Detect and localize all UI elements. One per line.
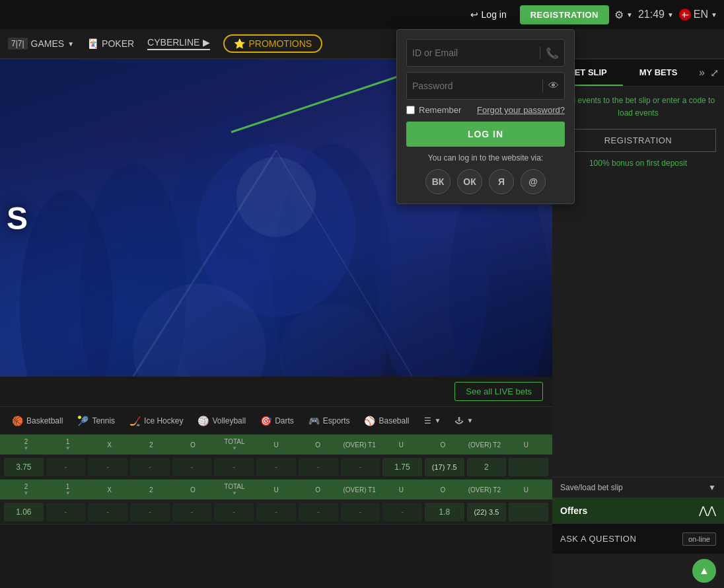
top-bar: ↩ Log in REGISTRATION ⚙ ▼ 21:49 ▼ 🇩🇰 EN … — [0, 0, 724, 29]
col-total: TOTAL▼ — [213, 438, 255, 451]
col-2b: 2 — [130, 441, 172, 449]
basketball-icon: 🏀 — [12, 416, 23, 426]
nav-item-cyberline[interactable]: CYBERLINE ▶ — [147, 37, 210, 50]
see-all-live-button[interactable]: See all LIVE bets — [454, 382, 543, 401]
sport-tab-extra[interactable]: 🕹 ▼ — [449, 412, 480, 429]
nav-item-promotions[interactable]: ⭐ PROMOTIONS — [223, 34, 322, 53]
sport-tab-more[interactable]: ☰ ▼ — [417, 412, 448, 429]
password-field[interactable]: 👁 — [406, 72, 565, 100]
double-chevron-button[interactable]: » — [699, 67, 705, 79]
bet-cell2-dash1[interactable]: - — [46, 503, 86, 521]
remember-checkbox[interactable] — [406, 106, 415, 114]
sport-tab-darts[interactable]: 🎯 Darts — [254, 412, 301, 430]
sport-tab-baseball[interactable]: ⚾ Baseball — [357, 412, 416, 430]
social-vk-button[interactable]: ВК — [425, 169, 451, 194]
col-x: X — [89, 441, 130, 449]
games-chevron: ▼ — [67, 40, 74, 48]
darts-icon: 🎯 — [260, 416, 272, 426]
bet-cell2-dash6[interactable]: - — [256, 503, 296, 521]
col-o: O — [172, 441, 213, 449]
bet-cell-dash3[interactable]: - — [130, 458, 170, 476]
ask-question-bar[interactable]: ASK A QUESTION on-line — [552, 523, 724, 554]
id-email-input[interactable] — [412, 48, 534, 58]
sport-tab-volleyball[interactable]: 🏐 Volleyball — [191, 412, 252, 430]
phone-icon[interactable]: 📞 — [546, 47, 559, 59]
log-in-button[interactable]: LOG IN — [406, 122, 565, 147]
bet-cell-dash8[interactable]: - — [341, 458, 380, 476]
expand-button[interactable]: ⤢ — [710, 67, 719, 79]
register-button[interactable]: REGISTRATION — [520, 5, 609, 24]
bet-cell-2[interactable]: 2 — [467, 458, 507, 476]
remember-label[interactable]: Remember — [406, 105, 461, 115]
tab-my-bets[interactable]: MY BETS — [623, 59, 694, 86]
promotions-star-icon: ⭐ — [234, 38, 245, 49]
bet-cell2-dash2[interactable]: - — [88, 503, 127, 521]
bet-data-row-1: 3.75 - - - - - - - - 1.75 (17) 7.5 2 — [0, 455, 552, 480]
bet-cell2-106[interactable]: 1.06 — [4, 503, 44, 521]
social-email-button[interactable]: @ — [521, 169, 546, 194]
sport-tab-icehockey[interactable]: 🏒 Ice Hockey — [123, 412, 190, 430]
bonus-text: 100% bonus on first deposit — [560, 159, 716, 168]
sports-tabs: 🏀 Basketball 🎾 Tennis 🏒 Ice Hockey 🏐 Vol… — [0, 407, 552, 435]
bet-cell-empty — [509, 458, 548, 476]
id-email-field[interactable]: 📞 — [406, 39, 565, 67]
bet-cell2-dash8[interactable]: - — [341, 503, 380, 521]
col-o3: O — [422, 441, 464, 449]
remember-row: Remember Forgot your password? — [406, 105, 565, 115]
bet-cell2-dash5[interactable]: - — [214, 503, 254, 521]
bet-cell-dash1[interactable]: - — [46, 458, 86, 476]
right-panel-registration-button[interactable]: REGISTRATION — [560, 129, 716, 152]
login-button[interactable]: ↩ Log in — [462, 5, 515, 24]
main-layout: S See all LIVE bets 🏀 Basketball — [0, 59, 724, 588]
volleyball-icon: 🏐 — [198, 416, 209, 426]
forgot-password-link[interactable]: Forgot your password? — [477, 105, 565, 115]
bet-cell-dash7[interactable]: - — [299, 458, 338, 476]
col2-u2: U — [380, 486, 422, 494]
nav-item-poker[interactable]: 🃏 POKER — [87, 38, 134, 49]
bet-slip-empty-text: Add events to the bet slip or enter a co… — [560, 94, 716, 120]
sport-tab-basketball[interactable]: 🏀 Basketball — [5, 412, 69, 430]
bet-data-row-2: 1.06 - - - - - - - - - 1.8 (22) 3.5 — [0, 499, 552, 525]
nav-item-slots[interactable]: 7|7| GAMES ▼ — [8, 38, 74, 50]
scroll-top-button[interactable]: ▲ — [692, 559, 716, 583]
col-2: 2▼ — [5, 438, 47, 451]
social-ok-button[interactable]: ОК — [457, 169, 482, 194]
social-icons: ВК ОК Я @ — [406, 169, 565, 194]
col2-u: U — [255, 486, 297, 494]
bet-cell2-empty — [509, 503, 548, 521]
sport-tab-tennis[interactable]: 🎾 Tennis — [71, 412, 122, 430]
bet-cell2-dash9[interactable]: - — [382, 503, 422, 521]
bet-cell-dash4[interactable]: - — [172, 458, 212, 476]
right-panel: BET SLIP MY BETS » ⤢ Add events to the b… — [552, 59, 724, 588]
settings-item[interactable]: ⚙ ▼ — [614, 9, 633, 21]
social-yandex-button[interactable]: Я — [489, 169, 514, 194]
eye-icon[interactable]: 👁 — [548, 80, 559, 92]
gear-chevron: ▼ — [626, 11, 633, 18]
bet-cell-175[interactable]: 1.75 — [382, 458, 422, 476]
bet-cell-17-75[interactable]: (17) 7.5 — [425, 458, 464, 476]
bet-cell2-18[interactable]: 1.8 — [425, 503, 464, 521]
password-input[interactable] — [412, 81, 537, 91]
bet-cell2-dash4[interactable]: - — [172, 503, 212, 521]
login-dropdown: 📞 👁 Remember Forgot your password? LOG I… — [396, 29, 575, 204]
bet-cell2-22-35[interactable]: (22) 3.5 — [467, 503, 507, 521]
col2-u3: U — [505, 486, 547, 494]
bet-cell-dash2[interactable]: - — [88, 458, 127, 476]
hero-letter: S — [7, 200, 28, 237]
language-selector[interactable]: 🇩🇰 EN ▼ — [679, 9, 717, 20]
sport-tab-esports[interactable]: 🎮 Esports — [302, 412, 357, 430]
bet-cell-375[interactable]: 3.75 — [4, 458, 44, 476]
col2-o: O — [172, 486, 213, 494]
bet-cell-dash6[interactable]: - — [256, 458, 296, 476]
bet-cell2-dash3[interactable]: - — [130, 503, 170, 521]
save-load-row[interactable]: Save/load bet slip ▼ — [552, 477, 724, 497]
offers-chevron[interactable]: ⋀⋀ — [699, 504, 716, 517]
field-separator-1 — [540, 46, 540, 59]
col2-over-t2: (OVER) T2 — [464, 486, 505, 494]
enter-code-link[interactable]: enter a code — [662, 96, 706, 105]
col2-2: 2▼ — [5, 483, 47, 496]
bet-cell-dash5[interactable]: - — [214, 458, 254, 476]
bet-cell2-dash7[interactable]: - — [299, 503, 338, 521]
col2-over-t1: (OVER) T1 — [339, 486, 380, 494]
baseball-icon: ⚾ — [364, 416, 375, 426]
